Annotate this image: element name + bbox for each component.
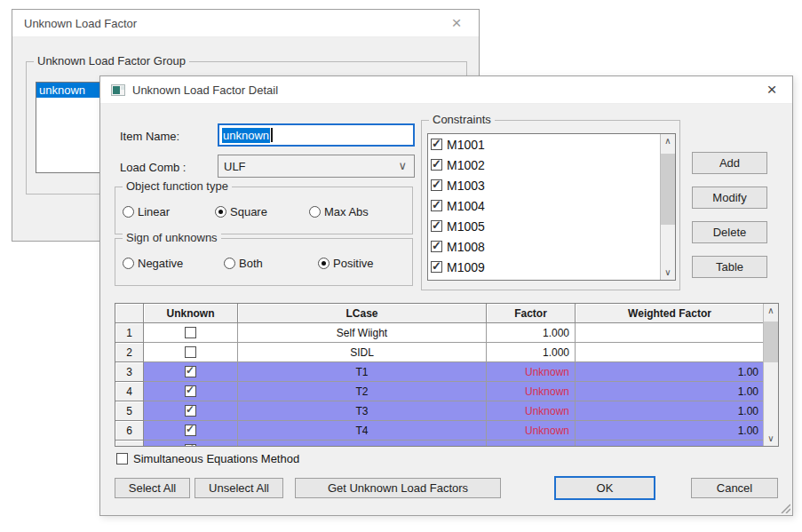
lcase-cell[interactable]: T4	[238, 421, 487, 441]
lcase-cell[interactable]: T1	[238, 362, 487, 382]
modify-button[interactable]: Modify	[692, 187, 767, 209]
table-scrollbar[interactable]: ∧ ∨	[763, 304, 778, 446]
factor-cell[interactable]: Unknown	[487, 441, 576, 447]
factor-cell[interactable]: Unknown	[487, 362, 576, 382]
detail-close-icon[interactable]: ×	[760, 79, 783, 100]
select-all-button[interactable]: Select All	[115, 478, 190, 498]
row-number[interactable]: 5	[115, 401, 144, 421]
table-row[interactable]: 7 T5 Unknown 1.00	[115, 441, 778, 447]
radio-negative[interactable]: Negative	[123, 257, 183, 270]
table-row[interactable]: 1 Self Wiight 1.000	[115, 323, 778, 343]
unknown-checkbox[interactable]	[185, 405, 196, 417]
radio-negative-icon[interactable]	[123, 258, 134, 269]
bg-dialog-titlebar[interactable]: Unknown Load Factor ×	[12, 10, 479, 37]
unknown-cell[interactable]	[144, 362, 238, 382]
lcase-cell[interactable]: T3	[238, 401, 487, 421]
weighted-factor-cell[interactable]	[576, 323, 765, 343]
weighted-factor-cell[interactable]: 1.00	[576, 401, 765, 421]
table-row[interactable]: 4 T2 Unknown 1.00	[115, 382, 778, 401]
weighted-factor-cell[interactable]: 1.00	[576, 362, 765, 382]
unknown-cell[interactable]	[144, 421, 238, 441]
unknown-checkbox[interactable]	[185, 444, 196, 447]
delete-button[interactable]: Delete	[692, 221, 767, 243]
table-row[interactable]: 5 T3 Unknown 1.00	[115, 401, 778, 421]
constraint-item[interactable]: M1009	[428, 257, 675, 277]
unknown-checkbox[interactable]	[185, 366, 196, 377]
ok-button[interactable]: OK	[554, 476, 655, 500]
unknown-cell[interactable]	[144, 323, 238, 343]
simultaneous-equations-checkbox-row[interactable]: Simultaneous Equations Method	[116, 452, 299, 465]
radio-both-icon[interactable]	[224, 258, 235, 269]
radio-positive[interactable]: Positive	[318, 257, 374, 270]
detail-dialog-titlebar[interactable]: Unknown Load Factor Detail ×	[100, 76, 792, 104]
simultaneous-equations-checkbox[interactable]	[116, 453, 128, 465]
lcase-cell[interactable]: SIDL	[238, 343, 487, 362]
unknown-checkbox[interactable]	[185, 385, 196, 397]
constraint-item[interactable]: M1003	[428, 175, 675, 195]
row-number[interactable]: 6	[115, 421, 144, 441]
lcase-cell[interactable]: T5	[238, 441, 487, 447]
constraint-checkbox[interactable]	[431, 261, 442, 273]
row-number[interactable]: 4	[115, 382, 144, 401]
unknown-cell[interactable]	[144, 382, 238, 401]
bg-close-icon[interactable]: ×	[445, 12, 468, 34]
table-row[interactable]: 2 SIDL 1.000	[115, 343, 778, 362]
scroll-down-icon[interactable]: ∨	[764, 432, 778, 446]
unknown-cell[interactable]	[144, 343, 238, 362]
constraint-checkbox[interactable]	[431, 200, 442, 211]
constraint-item[interactable]: M1002	[428, 155, 675, 175]
unknown-cell[interactable]	[144, 401, 238, 421]
unknown-checkbox[interactable]	[185, 327, 196, 338]
scrollbar-thumb[interactable]	[661, 154, 675, 225]
radio-positive-icon[interactable]	[318, 258, 330, 269]
scrollbar-thumb[interactable]	[764, 322, 778, 362]
constraint-checkbox[interactable]	[431, 179, 442, 191]
constraint-item[interactable]: M1004	[428, 195, 675, 216]
radio-linear[interactable]: Linear	[123, 205, 170, 218]
factor-cell[interactable]: Unknown	[487, 401, 576, 421]
get-unknown-load-factors-button[interactable]: Get Unknown Load Factors	[295, 478, 501, 498]
factor-cell[interactable]: 1.000	[487, 323, 576, 343]
weighted-factor-cell[interactable]: 1.00	[576, 421, 765, 441]
constraint-checkbox[interactable]	[431, 241, 442, 252]
unselect-all-button[interactable]: Unselect All	[195, 478, 283, 498]
radio-square[interactable]: Square	[215, 205, 267, 218]
lcase-cell[interactable]: T2	[238, 382, 487, 401]
scroll-down-icon[interactable]: ∨	[661, 266, 675, 280]
constraint-checkbox[interactable]	[431, 159, 442, 171]
scroll-up-icon[interactable]: ∧	[764, 304, 778, 318]
radio-linear-icon[interactable]	[123, 206, 134, 218]
unknown-checkbox[interactable]	[185, 425, 196, 436]
constraint-item[interactable]: M1005	[428, 216, 675, 236]
factor-cell[interactable]: Unknown	[487, 382, 576, 401]
row-number[interactable]: 3	[115, 362, 144, 382]
row-number[interactable]: 1	[115, 323, 144, 343]
add-button[interactable]: Add	[692, 152, 767, 174]
constraint-checkbox[interactable]	[431, 220, 442, 232]
constraint-item[interactable]: M1008	[428, 236, 675, 257]
unknown-cell[interactable]	[144, 441, 238, 447]
constraint-item[interactable]: M1001	[428, 134, 675, 155]
lcase-cell[interactable]: Self Wiight	[238, 323, 487, 343]
table-button[interactable]: Table	[692, 256, 767, 278]
scroll-up-icon[interactable]: ∧	[661, 134, 675, 148]
unknown-checkbox[interactable]	[185, 346, 196, 358]
cancel-button[interactable]: Cancel	[691, 478, 778, 498]
factor-cell[interactable]: Unknown	[487, 421, 576, 441]
radio-max-abs-icon[interactable]	[309, 206, 321, 218]
item-name-input[interactable]: unknown	[218, 123, 415, 147]
constraints-list[interactable]: M1001 M1002 M1003 M1004 M1005	[427, 133, 676, 281]
weighted-factor-cell[interactable]: 1.00	[576, 382, 765, 401]
radio-square-icon[interactable]	[215, 206, 226, 218]
factor-cell[interactable]: 1.000	[487, 343, 576, 362]
radio-max-abs[interactable]: Max Abs	[309, 205, 369, 218]
weighted-factor-cell[interactable]	[576, 343, 765, 362]
load-comb-dropdown[interactable]: ULF ∨	[218, 155, 415, 178]
radio-both[interactable]: Both	[224, 257, 263, 270]
constraint-checkbox[interactable]	[431, 139, 442, 150]
resize-grip[interactable]	[779, 502, 790, 513]
constraints-scrollbar[interactable]: ∧ ∨	[660, 134, 675, 280]
weighted-factor-cell[interactable]: 1.00	[576, 441, 765, 447]
row-number[interactable]: 7	[115, 441, 144, 447]
table-row[interactable]: 3 T1 Unknown 1.00	[115, 362, 778, 382]
